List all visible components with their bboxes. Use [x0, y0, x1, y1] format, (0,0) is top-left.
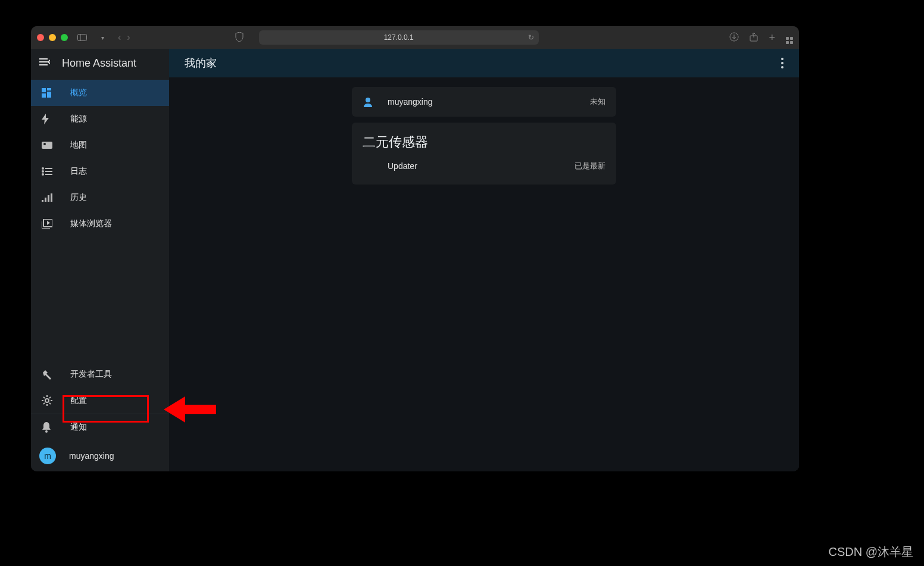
sidebar-item-label: 通知 [70, 422, 87, 433]
person-state: 未知 [590, 96, 605, 107]
avatar: m [39, 448, 56, 464]
sidebar-item-label: 历史 [70, 192, 87, 203]
content-header: 我的家 [169, 49, 799, 77]
sidebar-item-label: 配置 [70, 395, 87, 406]
cards-area: muyangxing 未知 二元传感器 Updater 已是最新 [169, 77, 799, 194]
history-icon [42, 193, 54, 202]
dashboard-icon [42, 88, 54, 98]
toolbar-right: + [729, 32, 793, 44]
updater-row[interactable]: Updater 已是最新 [352, 151, 616, 181]
person-card[interactable]: muyangxing 未知 [352, 87, 616, 117]
sidebar-footer: 通知 m muyangxing [31, 414, 169, 471]
svg-rect-20 [45, 198, 46, 202]
sidebar-user[interactable]: m muyangxing [31, 440, 169, 471]
svg-point-15 [42, 170, 44, 173]
app-title: Home Assistant [62, 57, 136, 70]
nav-arrows: ‹ › [118, 32, 130, 43]
svg-point-13 [42, 167, 44, 170]
svg-rect-7 [42, 88, 46, 92]
updater-state: 已是最新 [575, 161, 605, 171]
share-icon[interactable] [750, 32, 758, 43]
privacy-shield-icon[interactable] [235, 32, 244, 43]
gear-icon [42, 395, 54, 406]
new-tab-icon[interactable]: + [769, 32, 775, 44]
svg-rect-8 [47, 88, 51, 90]
sidebar-item-media-browser[interactable]: 媒体浏览器 [31, 211, 169, 237]
collapse-sidebar-icon[interactable] [39, 58, 50, 68]
card-title: 二元传感器 [352, 123, 616, 151]
svg-rect-10 [42, 93, 46, 98]
maximize-window-button[interactable] [61, 34, 68, 41]
browser-toolbar: ▾ ‹ › 127.0.0.1 ↻ + [31, 26, 799, 49]
main-content: 我的家 muyangxing 未知 二元传感器 [169, 49, 799, 471]
sidebar-item-developer-tools[interactable]: 开发者工具 [31, 361, 169, 387]
window-controls [37, 34, 68, 41]
close-window-button[interactable] [37, 34, 44, 41]
map-icon [42, 140, 54, 150]
hammer-icon [42, 369, 54, 380]
chevron-down-icon[interactable]: ▾ [95, 35, 110, 41]
sidebar-toggle-icon[interactable] [77, 34, 92, 41]
svg-point-26 [366, 98, 370, 102]
sidebar-header: Home Assistant [31, 49, 169, 77]
overflow-menu-icon[interactable] [781, 58, 783, 68]
updater-label: Updater [388, 161, 417, 171]
svg-rect-19 [42, 200, 43, 202]
sidebar-item-notifications[interactable]: 通知 [31, 414, 169, 440]
watermark: CSDN @沐羊星 [828, 544, 913, 560]
sidebar-item-overview[interactable]: 概览 [31, 80, 169, 106]
svg-rect-21 [48, 195, 49, 202]
bell-icon [42, 422, 54, 433]
reload-icon[interactable]: ↻ [528, 33, 534, 42]
address-bar[interactable]: 127.0.0.1 ↻ [259, 30, 539, 45]
sidebar-item-settings[interactable]: 配置 [31, 387, 169, 414]
sidebar-nav: 概览 能源 地图 日志 [31, 77, 169, 237]
svg-point-25 [45, 430, 48, 433]
person-name: muyangxing [388, 97, 433, 107]
tab-overview-icon[interactable] [786, 32, 793, 44]
sidebar-item-map[interactable]: 地图 [31, 132, 169, 158]
svg-point-17 [42, 173, 44, 176]
svg-rect-11 [42, 142, 52, 149]
user-label: muyangxing [69, 451, 114, 461]
svg-rect-0 [78, 35, 87, 41]
svg-rect-18 [45, 174, 52, 175]
page-title: 我的家 [185, 56, 217, 70]
sidebar-bottom-nav: 开发者工具 配置 [31, 359, 169, 414]
sidebar: Home Assistant 概览 能源 [31, 49, 169, 471]
sidebar-item-history[interactable]: 历史 [31, 185, 169, 211]
sidebar-item-label: 地图 [70, 140, 87, 151]
person-icon [363, 96, 374, 107]
back-button[interactable]: ‹ [118, 32, 121, 43]
sidebar-item-label: 开发者工具 [70, 369, 112, 380]
svg-rect-16 [45, 171, 52, 172]
binary-sensor-card: 二元传感器 Updater 已是最新 [352, 123, 616, 185]
address-text: 127.0.0.1 [384, 33, 414, 42]
svg-rect-9 [47, 92, 51, 98]
svg-point-12 [43, 143, 46, 145]
media-icon [42, 219, 54, 229]
svg-point-24 [45, 399, 49, 402]
home-assistant-app: Home Assistant 概览 能源 [31, 49, 799, 471]
bolt-icon [42, 114, 54, 124]
sidebar-item-label: 概览 [70, 87, 87, 98]
sidebar-item-label: 能源 [70, 114, 87, 124]
svg-rect-22 [51, 193, 52, 202]
minimize-window-button[interactable] [49, 34, 56, 41]
logbook-icon [42, 167, 54, 176]
sidebar-item-logbook[interactable]: 日志 [31, 158, 169, 185]
browser-window: ▾ ‹ › 127.0.0.1 ↻ + [31, 26, 799, 471]
forward-button[interactable]: › [127, 32, 130, 43]
sidebar-item-energy[interactable]: 能源 [31, 106, 169, 132]
svg-rect-14 [45, 168, 52, 169]
sidebar-item-label: 媒体浏览器 [70, 218, 112, 229]
downloads-icon[interactable] [729, 32, 739, 43]
sidebar-item-label: 日志 [70, 166, 87, 177]
